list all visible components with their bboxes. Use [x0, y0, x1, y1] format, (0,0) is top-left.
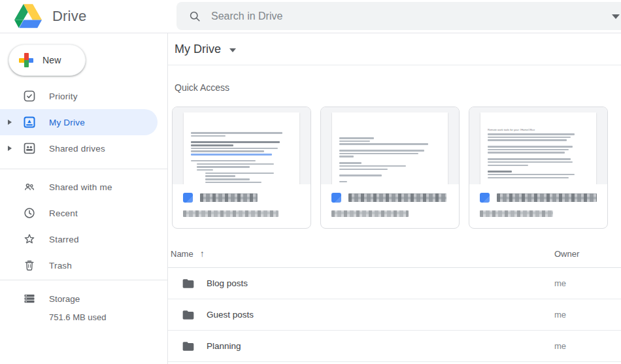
storage-section[interactable]: Storage 751.6 MB used: [0, 292, 167, 322]
owner-column-header: Owner: [554, 249, 579, 259]
sidebar-item-shared-drives[interactable]: Shared drives: [0, 135, 158, 161]
sidebar-item-trash[interactable]: Trash: [0, 252, 158, 278]
table-row[interactable]: Guest posts me: [168, 299, 621, 331]
app-title: Drive: [52, 8, 86, 25]
folder-name: Blog posts: [207, 278, 248, 288]
sidebar-item-label: My Drive: [49, 118, 85, 127]
expand-arrow-icon[interactable]: [8, 146, 12, 151]
search-input[interactable]: Search in Drive: [176, 2, 621, 30]
storage-icon: [23, 292, 36, 305]
redacted-doc-title: [200, 193, 258, 202]
sidebar-item-label: Priority: [49, 91, 78, 101]
sidebar-item-priority[interactable]: Priority: [0, 83, 158, 109]
new-plus-icon: [19, 53, 33, 67]
drive-logo-icon: [14, 4, 42, 28]
redacted-doc-title: [497, 193, 597, 202]
search-placeholder: Search in Drive: [211, 10, 282, 22]
new-button-label: New: [42, 55, 61, 65]
folder-icon: [182, 340, 195, 353]
sidebar-item-label: Starred: [49, 235, 79, 244]
sidebar-item-recent[interactable]: Recent: [0, 200, 158, 226]
quick-access-card[interactable]: [320, 107, 460, 229]
folder-icon: [182, 308, 195, 322]
table-row[interactable]: Planning me: [168, 331, 621, 362]
priority-icon: [23, 90, 36, 103]
sidebar-nav-primary: Priority My Drive: [0, 83, 167, 161]
sidebar-divider: [0, 280, 167, 280]
storage-used-text: 751.6 MB used: [49, 312, 167, 322]
owner-cell: me: [554, 278, 566, 288]
document-thumbnail: [173, 107, 310, 184]
google-docs-icon: [183, 193, 193, 203]
file-list-header: Name ↑ Owner: [168, 229, 621, 268]
document-thumbnail: [321, 107, 459, 184]
quick-access-cards: Remote work tools for your #HomeOffice: [172, 107, 621, 229]
sidebar-item-label: Trash: [49, 261, 72, 271]
sidebar-item-label: Shared drives: [49, 144, 105, 154]
redacted-doc-subtitle: [480, 210, 553, 217]
redacted-doc-subtitle: [331, 210, 409, 217]
search-options-caret-icon[interactable]: [612, 14, 620, 19]
card-footer: [173, 184, 310, 217]
quick-access-card[interactable]: Remote work tools for your #HomeOffice: [469, 107, 608, 229]
sort-ascending-icon[interactable]: ↑: [200, 248, 205, 259]
document-thumbnail: Remote work tools for your #HomeOffice: [469, 107, 607, 184]
sidebar-item-shared-with-me[interactable]: Shared with me: [0, 174, 158, 200]
folder-name: Guest posts: [207, 310, 254, 320]
folder-icon: [182, 277, 195, 290]
owner-cell: me: [554, 310, 566, 320]
quick-access-card[interactable]: [172, 107, 311, 229]
my-drive-dropdown-caret-icon[interactable]: [229, 48, 236, 52]
name-column-header[interactable]: Name: [171, 249, 193, 259]
card-footer: [321, 184, 459, 217]
new-button[interactable]: New: [8, 44, 86, 76]
quick-access-label: Quick Access: [175, 82, 621, 93]
folder-name: Planning: [207, 341, 241, 351]
table-row[interactable]: Blog posts me: [168, 268, 621, 299]
google-docs-icon: [480, 193, 490, 203]
top-bar: Drive Search in Drive: [0, 0, 621, 33]
card-footer: [469, 184, 607, 217]
google-drive-app: Drive Search in Drive New: [0, 0, 621, 364]
shared-with-me-icon: [23, 180, 36, 193]
expand-arrow-icon[interactable]: [8, 120, 12, 125]
storage-label: Storage: [49, 294, 80, 304]
drive-logo-area[interactable]: Drive: [14, 4, 86, 28]
main-content: My Drive Quick Access: [168, 33, 621, 364]
sidebar-item-starred[interactable]: Starred: [0, 226, 158, 252]
trash-icon: [23, 259, 36, 272]
sidebar: New Priority: [0, 33, 168, 364]
sidebar-nav-secondary: Shared with me Recent: [0, 174, 167, 278]
sidebar-item-my-drive[interactable]: My Drive: [0, 109, 158, 135]
search-icon: [188, 10, 201, 23]
google-docs-icon: [331, 193, 341, 203]
sidebar-item-label: Recent: [49, 208, 78, 218]
sidebar-divider: [0, 169, 167, 169]
recent-clock-icon: [23, 207, 36, 220]
main-header: My Drive: [168, 33, 621, 65]
owner-cell: me: [554, 341, 566, 351]
redacted-doc-title: [348, 193, 446, 202]
redacted-doc-subtitle: [183, 210, 278, 217]
sidebar-item-label: Shared with me: [49, 182, 112, 192]
page-title: My Drive: [175, 42, 221, 56]
star-icon: [23, 233, 36, 246]
my-drive-icon: [23, 116, 36, 129]
shared-drives-icon: [23, 142, 36, 155]
